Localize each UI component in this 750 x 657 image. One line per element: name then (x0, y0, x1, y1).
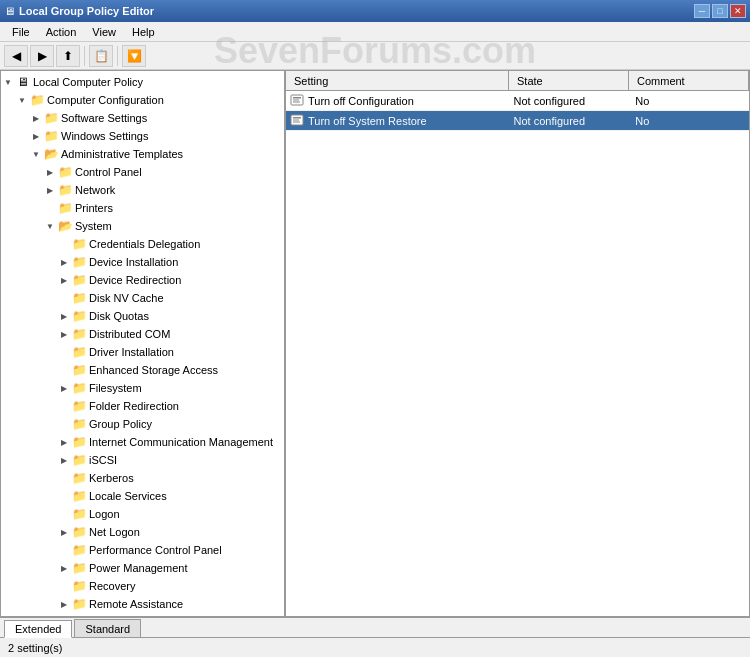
expand-btn[interactable]: ▼ (1, 75, 15, 89)
tree-label: Administrative Templates (61, 148, 183, 160)
menu-help[interactable]: Help (124, 24, 163, 40)
expand-btn[interactable]: ▶ (57, 273, 71, 287)
expand-btn[interactable]: ▶ (29, 129, 43, 143)
tree-item-control-panel[interactable]: ▶📁Control Panel (1, 163, 284, 181)
tree-item-enhanced-storage[interactable]: 📁Enhanced Storage Access (1, 361, 284, 379)
svg-rect-6 (293, 119, 299, 120)
tree-item-device-install[interactable]: ▶📁Device Installation (1, 253, 284, 271)
maximize-button[interactable]: □ (712, 4, 728, 18)
main-container: ▼🖥Local Computer Policy▼📁Computer Config… (0, 70, 750, 617)
tree-item-folder-redirect[interactable]: 📁Folder Redirection (1, 397, 284, 415)
tree-item-net-logon[interactable]: ▶📁Net Logon (1, 523, 284, 541)
tree-item-system[interactable]: ▼📂System (1, 217, 284, 235)
tree-item-remote-proc[interactable]: 📁Remote Procedure Call (1, 613, 284, 616)
tree-item-recovery[interactable]: 📁Recovery (1, 577, 284, 595)
tree-item-software-settings[interactable]: ▶📁Software Settings (1, 109, 284, 127)
expand-btn[interactable]: ▶ (29, 111, 43, 125)
tree-label: Control Panel (75, 166, 142, 178)
tree-item-device-redirect[interactable]: ▶📁Device Redirection (1, 271, 284, 289)
folder-icon: 📁 (71, 399, 87, 413)
tree-item-kerberos[interactable]: 📁Kerberos (1, 469, 284, 487)
folder-open-icon: 📂 (57, 219, 73, 233)
right-pane: Setting State Comment Turn off Configura… (286, 71, 749, 616)
folder-icon: 📁 (29, 93, 45, 107)
expand-btn[interactable]: ▶ (57, 597, 71, 611)
tree-item-dist-com[interactable]: ▶📁Distributed COM (1, 325, 284, 343)
column-headers: Setting State Comment (286, 71, 749, 91)
expand-btn[interactable]: ▶ (57, 453, 71, 467)
filter-button[interactable]: 🔽 (122, 45, 146, 67)
setting-icon (290, 113, 304, 127)
expand-btn[interactable]: ▶ (57, 435, 71, 449)
tree-item-locale-services[interactable]: 📁Locale Services (1, 487, 284, 505)
folder-icon: 📁 (71, 255, 87, 269)
tree-label: Driver Installation (89, 346, 174, 358)
tree-item-logon[interactable]: 📁Logon (1, 505, 284, 523)
tree-label: Filesystem (89, 382, 142, 394)
tree-item-driver-install[interactable]: 📁Driver Installation (1, 343, 284, 361)
svg-rect-5 (293, 117, 301, 119)
row-state: Not configured (506, 113, 628, 129)
close-button[interactable]: ✕ (730, 4, 746, 18)
expand-btn[interactable]: ▶ (43, 165, 57, 179)
expand-btn[interactable]: ▼ (43, 219, 57, 233)
expand-btn[interactable]: ▶ (57, 381, 71, 395)
tree-item-group-policy[interactable]: 📁Group Policy (1, 415, 284, 433)
menu-view[interactable]: View (84, 24, 124, 40)
title-text: Local Group Policy Editor (19, 5, 154, 17)
menu-action[interactable]: Action (38, 24, 85, 40)
expand-btn[interactable]: ▶ (43, 183, 57, 197)
row-state: Not configured (506, 93, 628, 109)
toolbar-sep-2 (117, 46, 118, 66)
tree-pane[interactable]: ▼🖥Local Computer Policy▼📁Computer Config… (1, 71, 286, 616)
tree-item-credentials[interactable]: 📁Credentials Delegation (1, 235, 284, 253)
tree-item-printers[interactable]: 📁Printers (1, 199, 284, 217)
col-comment-header[interactable]: Comment (629, 71, 749, 90)
svg-rect-3 (293, 101, 300, 102)
up-button[interactable]: ⬆ (56, 45, 80, 67)
tree-item-perf-control[interactable]: 📁Performance Control Panel (1, 541, 284, 559)
expand-btn[interactable]: ▼ (29, 147, 43, 161)
col-state-header[interactable]: State (509, 71, 629, 90)
expand-btn[interactable]: ▶ (57, 255, 71, 269)
folder-icon: 📁 (71, 543, 87, 557)
tree-item-computer-config[interactable]: ▼📁Computer Configuration (1, 91, 284, 109)
tree-item-iscsi[interactable]: ▶📁iSCSI (1, 451, 284, 469)
tree-item-network[interactable]: ▶📁Network (1, 181, 284, 199)
tree-item-remote-assist[interactable]: ▶📁Remote Assistance (1, 595, 284, 613)
tree-item-admin-templates[interactable]: ▼📂Administrative Templates (1, 145, 284, 163)
menu-file[interactable]: File (4, 24, 38, 40)
tree-item-disk-nv[interactable]: 📁Disk NV Cache (1, 289, 284, 307)
tree-item-internet-comm[interactable]: ▶📁Internet Communication Management (1, 433, 284, 451)
tree-label: Device Redirection (89, 274, 181, 286)
tree-item-disk-quotas[interactable]: ▶📁Disk Quotas (1, 307, 284, 325)
tree-label: Power Management (89, 562, 187, 574)
expand-btn[interactable]: ▼ (15, 93, 29, 107)
content-rows: Turn off Configuration Not configured No… (286, 91, 749, 616)
tab-extended[interactable]: Extended (4, 620, 72, 638)
table-row[interactable]: Turn off Configuration Not configured No (286, 91, 749, 111)
tree-item-windows-settings[interactable]: ▶📁Windows Settings (1, 127, 284, 145)
forward-button[interactable]: ▶ (30, 45, 54, 67)
tree-label: Kerberos (89, 472, 134, 484)
show-hide-button[interactable]: 📋 (89, 45, 113, 67)
folder-icon: 📁 (43, 129, 59, 143)
folder-icon: 📁 (71, 363, 87, 377)
back-button[interactable]: ◀ (4, 45, 28, 67)
col-setting-header[interactable]: Setting (286, 71, 509, 90)
expand-btn[interactable]: ▶ (57, 309, 71, 323)
tree-item-power-mgmt[interactable]: ▶📁Power Management (1, 559, 284, 577)
tree-item-filesystem[interactable]: ▶📁Filesystem (1, 379, 284, 397)
folder-open-icon: 📂 (43, 147, 59, 161)
tree-label: Network (75, 184, 115, 196)
title-bar: 🖥 Local Group Policy Editor ─ □ ✕ (0, 0, 750, 22)
expand-btn[interactable]: ▶ (57, 561, 71, 575)
expand-btn[interactable]: ▶ (57, 327, 71, 341)
minimize-button[interactable]: ─ (694, 4, 710, 18)
table-row[interactable]: ➔ Turn off System Restore Not configured… (286, 111, 749, 131)
expand-btn[interactable]: ▶ (57, 525, 71, 539)
folder-icon: 📁 (71, 525, 87, 539)
tab-standard[interactable]: Standard (74, 619, 141, 637)
tree-label: Enhanced Storage Access (89, 364, 218, 376)
tree-item-local-policy[interactable]: ▼🖥Local Computer Policy (1, 73, 284, 91)
